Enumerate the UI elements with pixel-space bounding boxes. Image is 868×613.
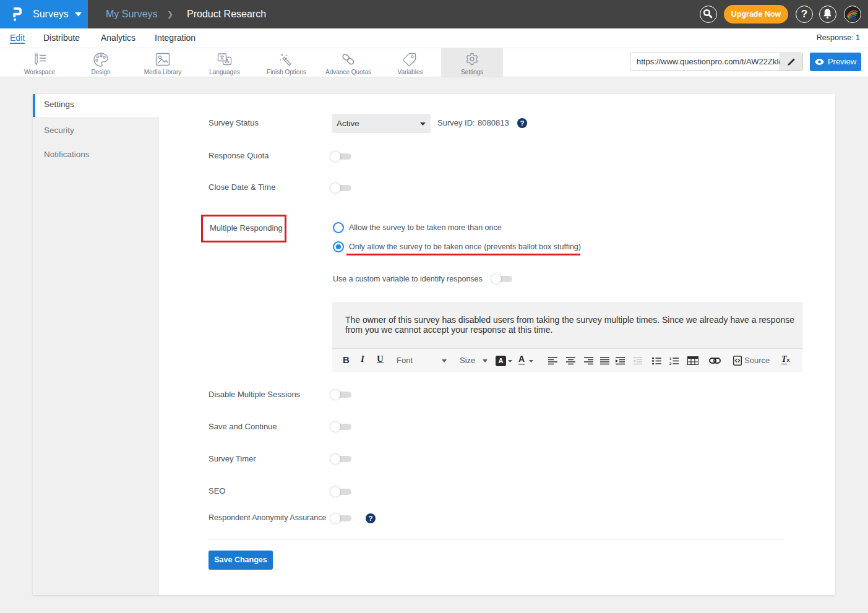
svg-text:1: 1 (669, 357, 672, 361)
svg-text:2: 2 (669, 362, 672, 365)
